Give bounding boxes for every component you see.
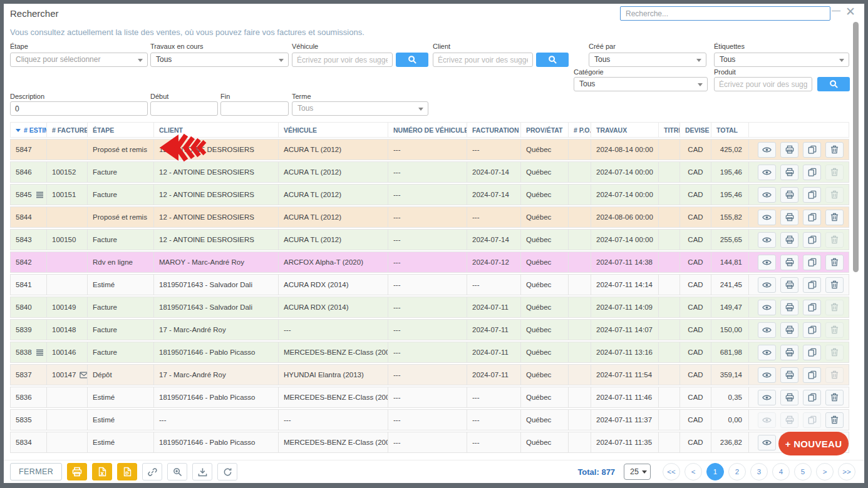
search-input[interactable] xyxy=(620,6,830,21)
print-row-button[interactable] xyxy=(780,277,798,293)
copy-row-button[interactable] xyxy=(803,390,821,405)
table-row[interactable]: 5834Estimé18195071646 - Pablo PicassoMER… xyxy=(10,432,849,453)
view-row-button[interactable] xyxy=(758,345,776,360)
table-row[interactable]: 5840100149Facture18195071643 - Salvador … xyxy=(10,297,849,318)
table-row[interactable]: 5843100150Facture12 - ANTOINE DESROSIERS… xyxy=(10,229,849,250)
vehicule-search-button[interactable] xyxy=(396,53,428,67)
copy-row-button[interactable] xyxy=(803,142,821,158)
table-row[interactable]: 5837100147Dépôt17 - Marc-André RoyHYUNDA… xyxy=(10,364,849,385)
last-page-button[interactable]: >> xyxy=(838,463,855,480)
print-tool-button[interactable] xyxy=(67,463,87,480)
print-row-button[interactable] xyxy=(780,255,798,270)
table-row[interactable]: 5836Estimé18195071646 - Pablo PicassoMER… xyxy=(10,387,849,408)
table-row[interactable]: 5839100148Facture17 - Marc-André Roy----… xyxy=(10,319,849,340)
view-row-button[interactable] xyxy=(758,322,776,338)
column-header-numero[interactable]: NUMÉRO DE VÉHICULE xyxy=(388,122,467,138)
table-row[interactable]: 5845100151Facture12 - ANTOINE DESROSIERS… xyxy=(10,184,849,205)
categorie-select[interactable]: Tous xyxy=(574,77,708,91)
minimize-icon[interactable]: — xyxy=(832,5,842,18)
copy-row-button[interactable] xyxy=(803,165,821,180)
copy-row-button[interactable] xyxy=(803,345,821,360)
column-header-titre[interactable]: TITRE xyxy=(659,122,680,138)
view-row-button[interactable] xyxy=(758,435,776,450)
column-header-po[interactable]: # P.O. xyxy=(569,122,591,138)
column-header-estime[interactable]: # ESTIMÉ xyxy=(10,122,47,138)
download-tool-button[interactable] xyxy=(192,463,212,480)
column-header-devise[interactable]: DEVISE xyxy=(680,122,711,138)
copy-row-button[interactable] xyxy=(803,322,821,338)
print-row-button[interactable] xyxy=(780,367,798,383)
close-icon[interactable]: ✕ xyxy=(845,4,857,18)
print-row-button[interactable] xyxy=(780,142,798,158)
table-row[interactable]: 5841Estimé18195071643 - Salvador DaliACU… xyxy=(10,274,849,295)
first-page-button[interactable]: << xyxy=(663,463,680,480)
column-header-vehicule[interactable]: VÉHICULE xyxy=(279,122,388,138)
delete-row-button[interactable] xyxy=(825,255,844,270)
vehicule-input[interactable] xyxy=(292,53,393,67)
next-page-button[interactable]: > xyxy=(816,463,834,480)
pdf-tool-button[interactable] xyxy=(117,463,137,480)
excel-tool-button[interactable] xyxy=(92,463,112,480)
travaux-en-cours-select[interactable]: Tous xyxy=(150,53,289,67)
description-input[interactable] xyxy=(10,101,148,116)
copy-row-button[interactable] xyxy=(803,367,821,383)
prev-page-button[interactable]: < xyxy=(685,463,702,480)
refresh-tool-button[interactable] xyxy=(217,463,237,480)
table-row[interactable]: 5838100146Facture18195071646 - Pablo Pic… xyxy=(10,342,849,363)
page-3-button[interactable]: 3 xyxy=(750,463,768,480)
page-5-button[interactable]: 5 xyxy=(794,463,812,480)
column-header-client[interactable]: CLIENT xyxy=(154,122,279,138)
view-row-button[interactable] xyxy=(758,142,776,158)
delete-row-button[interactable] xyxy=(825,210,844,225)
view-row-button[interactable] xyxy=(758,277,776,293)
page-2-button[interactable]: 2 xyxy=(728,463,746,480)
column-header-total[interactable]: TOTAL xyxy=(711,122,749,138)
copy-row-button[interactable] xyxy=(803,255,821,270)
print-row-button[interactable] xyxy=(780,322,798,338)
delete-row-button[interactable] xyxy=(825,412,844,428)
terme-select[interactable]: Tous xyxy=(292,101,428,116)
delete-row-button[interactable] xyxy=(825,277,844,293)
produit-search-button[interactable] xyxy=(817,77,850,91)
page-4-button[interactable]: 4 xyxy=(772,463,790,480)
column-header-facturation[interactable]: FACTURATION xyxy=(467,122,521,138)
copy-row-button[interactable] xyxy=(803,277,821,293)
column-header-prov[interactable]: PROV/ÉTAT xyxy=(521,122,569,138)
cree-par-select[interactable]: Tous xyxy=(589,53,706,67)
vertical-scrollbar[interactable] xyxy=(853,22,859,272)
table-row[interactable]: 5847Proposé et remis12 - ANTOINE DESROSI… xyxy=(10,139,849,160)
zoom-in-tool-button[interactable] xyxy=(167,463,187,480)
view-row-button[interactable] xyxy=(758,210,776,225)
print-row-button[interactable] xyxy=(780,345,798,360)
page-size-select[interactable]: 25 xyxy=(624,464,651,480)
view-row-button[interactable] xyxy=(758,187,776,203)
fermer-button[interactable]: FERMER xyxy=(10,463,62,480)
table-row[interactable]: 5835Estimé------------Québec2024-07-11 1… xyxy=(10,409,849,430)
print-row-button[interactable] xyxy=(780,210,798,225)
delete-row-button[interactable] xyxy=(825,142,844,158)
etiquettes-select[interactable]: Tous xyxy=(714,53,849,67)
view-row-button[interactable] xyxy=(758,165,776,180)
print-row-button[interactable] xyxy=(780,187,798,203)
copy-row-button[interactable] xyxy=(803,210,821,225)
client-input[interactable] xyxy=(433,53,533,67)
nouveau-button[interactable]: + NOUVEAU xyxy=(778,432,849,455)
view-row-button[interactable] xyxy=(758,390,776,405)
column-header-facture[interactable]: # FACTURE xyxy=(47,122,88,138)
copy-row-button[interactable] xyxy=(803,232,821,248)
copy-row-button[interactable] xyxy=(803,300,821,315)
view-row-button[interactable] xyxy=(758,232,776,248)
debut-input[interactable] xyxy=(150,101,218,116)
print-row-button[interactable] xyxy=(780,300,798,315)
produit-input[interactable] xyxy=(714,77,812,91)
print-row-button[interactable] xyxy=(780,165,798,180)
link-tool-button[interactable] xyxy=(142,463,162,480)
table-row[interactable]: 5842Rdv en ligneMAROY - Marc-André RoyAR… xyxy=(10,252,849,273)
client-search-button[interactable] xyxy=(536,53,569,67)
etape-select[interactable]: Cliquez pour sélectionner xyxy=(10,53,148,67)
print-row-button[interactable] xyxy=(780,390,798,405)
delete-row-button[interactable] xyxy=(825,390,844,405)
view-row-button[interactable] xyxy=(758,367,776,383)
view-row-button[interactable] xyxy=(758,255,776,270)
table-row[interactable]: 5844Proposé et remis12 - ANTOINE DESROSI… xyxy=(10,206,849,228)
